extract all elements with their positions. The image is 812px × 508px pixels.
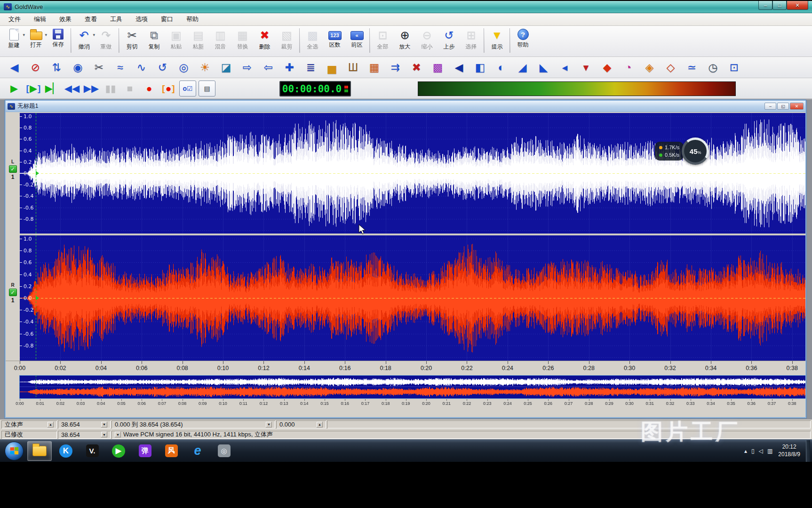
effect-noise-reduction-button[interactable]: ✖ xyxy=(406,58,427,77)
effect-smoother-button[interactable]: ≃ xyxy=(681,58,702,77)
effect-marker-double-button[interactable]: ◇ xyxy=(660,58,681,77)
taskbar-player-v[interactable]: V. xyxy=(80,441,104,461)
effect-preview-button[interactable]: ◔ xyxy=(618,58,639,77)
menu-item-查看[interactable]: 查看 xyxy=(78,13,103,25)
toolbar-zoom-prev-button[interactable]: ↺上步 xyxy=(438,27,460,56)
maximize-button[interactable]: □ xyxy=(772,1,787,10)
menu-item-帮助[interactable]: 帮助 xyxy=(180,13,205,25)
taskbar-danmaku[interactable]: 弹 xyxy=(133,441,157,461)
effect-marker-orange-button[interactable]: ◈ xyxy=(639,58,660,77)
spin-up-icon[interactable]: ▲ xyxy=(48,422,54,427)
taskbar-clock[interactable]: 20:12 2018/8/9 xyxy=(778,443,800,458)
title-bar[interactable]: ∿ GoldWave – □ ✕ xyxy=(0,1,812,13)
effect-fade-out-button[interactable]: ◣ xyxy=(533,58,554,77)
taskbar-pptv[interactable]: ▶ xyxy=(106,441,131,461)
toolbar-prev-region-button[interactable]: «前区 xyxy=(346,27,368,56)
transport-monitor-input-button[interactable]: o☑ xyxy=(179,81,196,97)
toolbar-cut-button[interactable]: ✂剪切 xyxy=(121,27,143,56)
effect-speaker-out-button[interactable]: ◐ xyxy=(491,58,512,77)
tray-expand-icon[interactable]: ▴ xyxy=(744,448,747,454)
spin-down-icon[interactable]: ▼ xyxy=(115,432,121,437)
effect-color-mixer-button[interactable]: ▩ xyxy=(427,58,448,77)
spin-up-icon[interactable]: ▲ xyxy=(317,422,323,427)
document-title-bar[interactable]: ∿ 无标题1 – ◱ ✕ xyxy=(6,101,805,112)
effect-playback-device-button[interactable]: ◧ xyxy=(470,58,491,77)
taskbar-ie-browser[interactable]: e xyxy=(185,441,210,461)
effect-volume-shape-button[interactable]: ◀ xyxy=(4,58,25,77)
progress-ring-icon[interactable]: 45 % xyxy=(682,137,709,165)
toolbar-zoom-in-button[interactable]: ⊕放大 xyxy=(394,27,416,56)
start-button[interactable] xyxy=(5,442,24,460)
waveform-left-channel[interactable] xyxy=(20,113,805,234)
spin-down-icon[interactable]: ▼ xyxy=(101,422,107,427)
toolbar-marker-button[interactable]: 123区数 xyxy=(324,27,346,56)
effect-doppler-button[interactable]: ◉ xyxy=(67,58,88,77)
status-position[interactable]: 0.000 ▲ xyxy=(276,420,326,428)
effect-mechanize-button[interactable]: ◎ xyxy=(173,58,194,77)
spin-down-icon[interactable]: ▼ xyxy=(101,432,107,437)
transport-record-selection-button[interactable]: [●] xyxy=(160,81,177,97)
taskbar-kugou[interactable]: K xyxy=(54,441,78,461)
effect-offset-right-button[interactable]: ⇨ xyxy=(237,58,258,77)
effect-shape-button[interactable]: ◆ xyxy=(597,58,618,77)
effect-flanger-button[interactable]: ∿ xyxy=(131,58,152,77)
menu-item-选项[interactable]: 选项 xyxy=(129,13,154,25)
waveform-right-channel[interactable] xyxy=(20,235,805,361)
toolbar-undo-button[interactable]: ↶▾撤消 xyxy=(73,27,95,56)
effect-mute-button[interactable]: ⊘ xyxy=(25,58,46,77)
effect-fade-in-button[interactable]: ◢ xyxy=(512,58,533,77)
status-channel-mode[interactable]: 立体声 ▲ xyxy=(1,420,57,428)
speed-overlay[interactable]: 1.7K/s 0.5K/s 45 % xyxy=(655,137,709,165)
effect-exchange-button[interactable]: ⇉ xyxy=(385,58,406,77)
show-desktop-button[interactable] xyxy=(806,440,810,462)
effect-cue-marker-button[interactable]: ◀ xyxy=(448,58,470,77)
effect-volume-down-button[interactable]: ▾ xyxy=(575,58,597,77)
minimize-button[interactable]: – xyxy=(758,1,772,10)
taskbar-explorer[interactable] xyxy=(27,441,52,461)
transport-play-selection-button[interactable]: [▶] xyxy=(25,81,42,97)
effect-comb-filter-button[interactable]: Ш xyxy=(342,58,364,77)
toolbar-delete-button[interactable]: ✖删除 xyxy=(254,27,276,56)
taskbar-storm-player[interactable]: 风 xyxy=(159,441,183,461)
close-button[interactable]: ✕ xyxy=(787,1,808,10)
transport-play-all-button[interactable]: ▶▏ xyxy=(44,81,61,97)
effect-noise-gate-button[interactable]: ✂ xyxy=(88,58,110,77)
tray-volume-icon[interactable]: ◁ xyxy=(759,448,763,454)
toolbar-open-button[interactable]: ▾打开 xyxy=(25,27,47,56)
doc-minimize-button[interactable]: – xyxy=(764,103,776,110)
effect-pinwheel-button[interactable]: ☀ xyxy=(194,58,215,77)
time-axis[interactable]: 0:000:020:040:060:080:100:120:140:160:18… xyxy=(6,361,805,374)
channel-toggle-right[interactable]: ✓ xyxy=(9,289,17,296)
effect-expander-button[interactable]: ✚ xyxy=(279,58,300,77)
tray-network-icon[interactable]: ▥ xyxy=(767,448,772,454)
effect-channel-swap-button[interactable]: ⇅ xyxy=(46,58,67,77)
effect-mixer-button[interactable]: ▦ xyxy=(364,58,385,77)
menu-item-工具[interactable]: 工具 xyxy=(103,13,129,25)
effect-volume-match-button[interactable]: ◂ xyxy=(554,58,575,77)
doc-close-button[interactable]: ✕ xyxy=(790,103,804,110)
transport-device-controls-button[interactable]: ▤ xyxy=(199,81,215,97)
taskbar-camera-tool[interactable]: ◎ xyxy=(212,441,236,461)
status-length[interactable]: 38.654 ▼ xyxy=(58,420,111,428)
status-length2[interactable]: 38.654 ▼ xyxy=(58,431,111,439)
effect-pitch-bend-button[interactable]: ≈ xyxy=(110,58,131,77)
effect-equalizer-button[interactable]: ≣ xyxy=(300,58,321,77)
transport-record-button[interactable]: ● xyxy=(141,81,158,97)
menu-item-文件[interactable]: 文件 xyxy=(2,13,27,25)
spin-down-icon[interactable]: ▼ xyxy=(266,422,272,427)
effect-monitor-out-button[interactable]: ⊡ xyxy=(724,58,745,77)
toolbar-copy-button[interactable]: ⧉复制 xyxy=(143,27,165,56)
effect-reverse-button[interactable]: ↺ xyxy=(152,58,173,77)
menu-item-窗口[interactable]: 窗口 xyxy=(154,13,180,25)
menu-item-编辑[interactable]: 编辑 xyxy=(27,13,53,25)
doc-restore-button[interactable]: ◱ xyxy=(777,103,789,110)
effect-timer-button[interactable]: ◷ xyxy=(702,58,724,77)
overview-waveform[interactable] xyxy=(20,376,805,398)
tray-battery-icon[interactable]: ▯ xyxy=(751,448,755,454)
toolbar-new-button[interactable]: ▾新建 xyxy=(3,27,25,56)
transport-rewind-button[interactable]: ◀◀ xyxy=(64,81,80,97)
menu-item-效果[interactable]: 效果 xyxy=(53,13,78,25)
effect-offset-left-button[interactable]: ⇦ xyxy=(258,58,279,77)
transport-play-button[interactable]: ▶ xyxy=(6,81,23,97)
transport-fast-forward-button[interactable]: ▶▶ xyxy=(83,81,100,97)
